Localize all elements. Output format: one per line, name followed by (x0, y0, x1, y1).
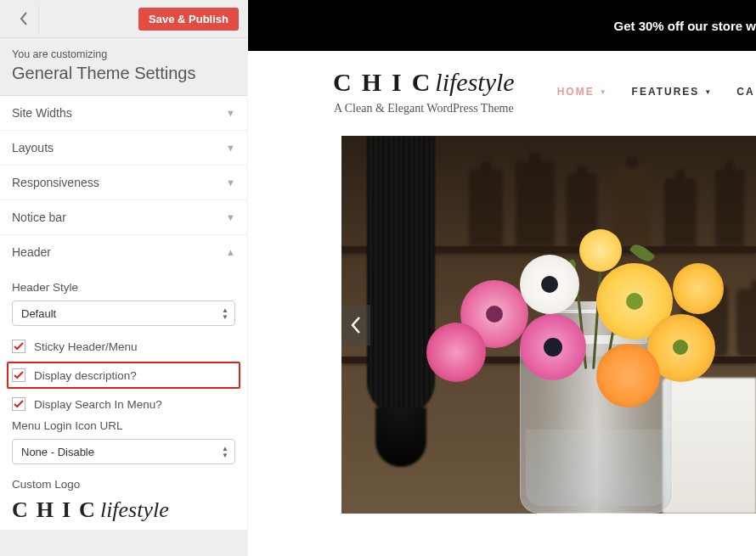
notice-bar: Get 30% off our store w (248, 0, 756, 51)
save-publish-button[interactable]: Save & Publish (138, 8, 239, 31)
accordion-site-widths[interactable]: Site Widths ▼ (0, 96, 247, 130)
nav-label: FEATURES (632, 86, 700, 98)
accordion-label: Header (12, 245, 51, 259)
preview-pane: Get 30% off our store w CHIClifestyle A … (248, 0, 756, 556)
accordion-label: Layouts (12, 141, 54, 154)
tassel (375, 407, 426, 467)
site-tagline: A Clean & Elegant WordPress Theme (333, 102, 515, 115)
accordion-label: Notice bar (12, 211, 66, 224)
checkbox-label: Display description? (34, 369, 137, 382)
nav-features[interactable]: FEATURES ▼ (632, 86, 714, 98)
accordion-layouts[interactable]: Layouts ▼ (0, 131, 247, 165)
logo-text-chic: CHIC (12, 497, 104, 522)
display-search-row[interactable]: Display Search In Menu? (12, 397, 235, 411)
chevron-down-icon: ▼ (226, 143, 235, 153)
custom-logo-preview[interactable]: CHIClifestyle (12, 497, 235, 523)
slider-prev-button[interactable] (341, 305, 370, 345)
brand-chic: CHIC (333, 68, 440, 96)
section-title: General Theme Settings (12, 64, 235, 83)
chevron-down-icon: ▼ (226, 108, 235, 118)
nav-home[interactable]: HOME ▼ (557, 86, 608, 98)
right-object (663, 378, 756, 514)
display-description-row[interactable]: Display description? (7, 362, 240, 389)
accordion-notice-bar[interactable]: Notice bar ▼ (0, 200, 247, 234)
display-search-checkbox[interactable] (12, 397, 25, 411)
sticky-header-checkbox[interactable] (12, 340, 25, 353)
hero-slider (341, 136, 756, 514)
accordion-header[interactable]: Header ▲ (0, 235, 247, 269)
customizing-label: You are customizing (12, 48, 235, 60)
notice-text: Get 30% off our store w (613, 19, 756, 33)
nav-item-truncated[interactable]: CA (736, 86, 754, 98)
chevron-left-icon (350, 316, 362, 334)
check-icon (14, 341, 24, 351)
checkbox-label: Sticky Header/Menu (34, 340, 138, 353)
chevron-down-icon: ▼ (600, 88, 608, 96)
nav-label: CA (736, 86, 754, 98)
accordion-responsiveness[interactable]: Responsiveness ▼ (0, 166, 247, 199)
hanging-decor (367, 136, 435, 416)
display-description-checkbox[interactable] (12, 368, 25, 382)
chevron-up-icon: ▲ (226, 247, 235, 257)
brand-lifestyle: lifestyle (435, 68, 514, 96)
accordion-label: Site Widths (12, 106, 72, 120)
chevron-down-icon: ▼ (226, 212, 235, 222)
menu-login-label: Menu Login Icon URL (12, 419, 235, 432)
checkbox-label: Display Search In Menu? (34, 398, 162, 411)
sticky-header-row[interactable]: Sticky Header/Menu (12, 340, 235, 353)
check-icon (14, 399, 24, 409)
header-style-select[interactable]: Default (12, 300, 235, 326)
accordion-label: Responsiveness (12, 176, 99, 189)
back-button[interactable] (8, 5, 39, 32)
custom-logo-label: Custom Logo (12, 478, 235, 491)
chevron-down-icon: ▼ (226, 177, 235, 188)
chevron-down-icon: ▼ (704, 88, 713, 96)
check-icon (14, 370, 24, 380)
site-brand[interactable]: CHIClifestyle A Clean & Elegant WordPres… (333, 68, 515, 115)
nav-label: HOME (557, 86, 595, 98)
chevron-left-icon (20, 12, 28, 25)
logo-text-lifestyle: lifestyle (100, 497, 169, 522)
hero-image (341, 136, 756, 514)
menu-login-select[interactable]: None - Disable (12, 439, 235, 464)
header-style-label: Header Style (12, 281, 235, 294)
